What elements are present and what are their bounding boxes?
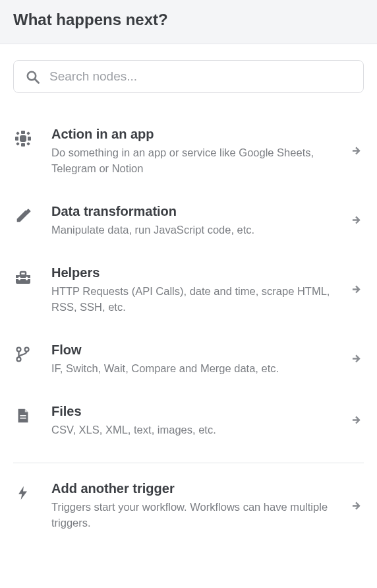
header: What happens next? xyxy=(0,0,377,44)
arrow-right-icon xyxy=(349,213,364,228)
search-box[interactable] xyxy=(13,60,364,93)
category-helpers[interactable]: Helpers HTTP Requests (API Calls), date … xyxy=(13,251,364,329)
search-icon xyxy=(24,69,40,84)
category-title: Helpers xyxy=(51,265,341,281)
arrow-right-icon xyxy=(349,499,364,513)
search-area xyxy=(0,44,377,100)
category-desc: HTTP Requests (API Calls), date and time… xyxy=(51,284,341,315)
node-category-list: Action in an app Do something in an app … xyxy=(0,100,377,544)
branch-icon xyxy=(13,344,33,364)
category-title: Files xyxy=(51,403,341,420)
category-title: Action in an app xyxy=(51,126,341,143)
category-desc: CSV, XLS, XML, text, images, etc. xyxy=(51,422,341,438)
bolt-icon xyxy=(13,483,33,503)
category-desc: Manipulate data, run JavaScript code, et… xyxy=(51,222,341,238)
search-input[interactable] xyxy=(49,69,353,84)
category-data-transformation[interactable]: Data transformation Manipulate data, run… xyxy=(13,190,364,251)
arrow-right-icon xyxy=(349,282,364,297)
category-desc: IF, Switch, Wait, Compare and Merge data… xyxy=(51,361,341,377)
category-action-in-app[interactable]: Action in an app Do something in an app … xyxy=(13,113,364,190)
globe-icon xyxy=(13,129,33,148)
toolbox-icon xyxy=(13,267,33,287)
category-flow[interactable]: Flow IF, Switch, Wait, Compare and Merge… xyxy=(13,329,364,390)
arrow-right-icon xyxy=(349,352,364,366)
category-title: Flow xyxy=(51,342,341,358)
file-icon xyxy=(13,406,33,426)
divider xyxy=(13,463,364,463)
pencil-icon xyxy=(13,206,33,226)
arrow-right-icon xyxy=(349,413,364,428)
category-desc: Do something in an app or service like G… xyxy=(51,145,341,177)
page-title: What happens next? xyxy=(13,11,364,29)
arrow-right-icon xyxy=(349,144,364,158)
add-another-trigger[interactable]: Add another trigger Triggers start your … xyxy=(13,467,364,544)
category-files[interactable]: Files CSV, XLS, XML, text, images, etc. xyxy=(13,390,364,451)
trigger-title: Add another trigger xyxy=(51,480,341,497)
trigger-desc: Triggers start your workflow. Workflows … xyxy=(51,500,341,531)
category-title: Data transformation xyxy=(51,203,341,220)
